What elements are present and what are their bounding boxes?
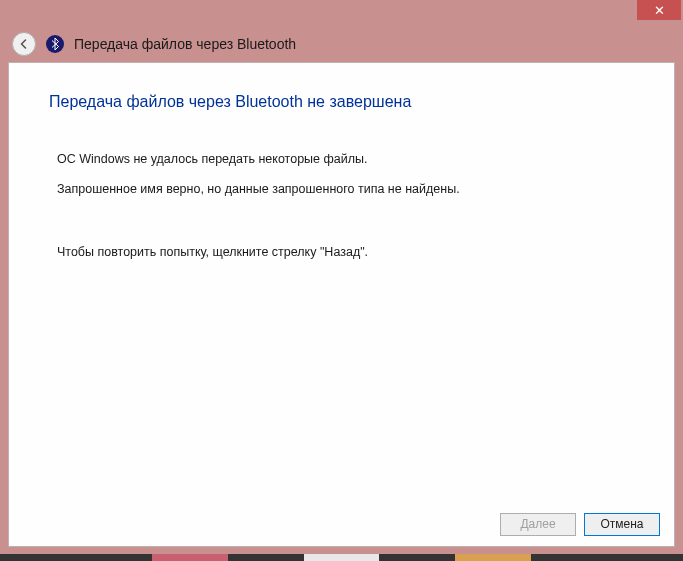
page-heading: Передача файлов через Bluetooth не завер… — [49, 93, 634, 111]
next-button: Далее — [500, 513, 576, 536]
titlebar: ✕ — [0, 0, 683, 26]
wizard-header: Передача файлов через Bluetooth — [0, 26, 683, 62]
close-button[interactable]: ✕ — [637, 0, 681, 20]
content-area: Передача файлов через Bluetooth не завер… — [9, 63, 674, 502]
back-button[interactable] — [12, 32, 36, 56]
error-message-1: ОС Windows не удалось передать некоторые… — [49, 151, 634, 169]
taskbar-strip — [0, 554, 683, 561]
cancel-button[interactable]: Отмена — [584, 513, 660, 536]
retry-hint: Чтобы повторить попытку, щелкните стрелк… — [49, 244, 634, 262]
arrow-left-icon — [18, 38, 30, 50]
window-title: Передача файлов через Bluetooth — [74, 36, 296, 52]
error-message-2: Запрошенное имя верно, но данные запроше… — [49, 181, 634, 199]
bluetooth-icon — [46, 35, 64, 53]
wizard-panel: Передача файлов через Bluetooth не завер… — [8, 62, 675, 547]
close-icon: ✕ — [654, 4, 665, 17]
button-bar: Далее Отмена — [9, 502, 674, 546]
